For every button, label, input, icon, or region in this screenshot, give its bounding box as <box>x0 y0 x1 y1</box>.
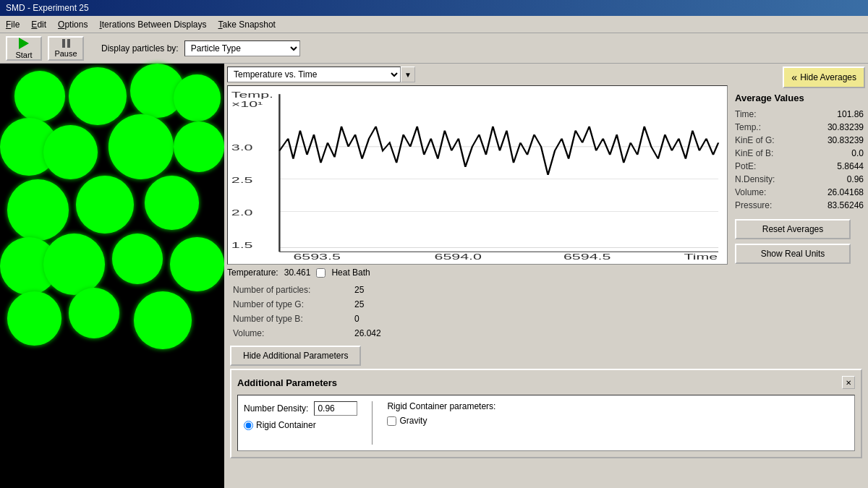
avg-value: 26.04168 <box>827 186 864 199</box>
toolbar: Start Pause Display particles by: Partic… <box>0 33 868 64</box>
pause-icon <box>62 39 70 48</box>
heat-bath-checkbox[interactable] <box>316 268 326 278</box>
number-density-row: Number Density: <box>244 401 357 416</box>
hide-averages-label: Hide Averages <box>800 72 856 82</box>
stat-label: Number of particles: <box>233 285 349 295</box>
svg-text:2.5: 2.5 <box>231 176 253 184</box>
number-density-input[interactable] <box>314 401 357 416</box>
stat-value: 26.042 <box>354 328 381 338</box>
particle-3 <box>174 74 221 121</box>
stat-value: 25 <box>354 299 364 309</box>
start-icon <box>19 38 29 49</box>
stat-row: Volume:26.042 <box>233 328 859 338</box>
avg-value: 101.86 <box>837 108 864 121</box>
svg-text:6594.0: 6594.0 <box>435 253 482 261</box>
particle-5 <box>43 125 98 179</box>
svg-text:3.0: 3.0 <box>231 144 253 152</box>
avg-label: KinE of G: <box>735 134 775 147</box>
additional-params-header: Additional Parameters ✕ <box>237 376 855 389</box>
averages-panel: Average Values Time:101.86Temp.:30.83239… <box>731 64 868 281</box>
params-content: Number Density: Rigid Container Rigid Co… <box>237 395 855 451</box>
stat-value: 25 <box>354 285 364 295</box>
menu-iterations[interactable]: Iterations Between Displays <box>93 18 212 31</box>
avg-value: 30.83239 <box>827 134 864 147</box>
right-panel: « Hide Averages Temperature vs. Time ▼ T… <box>224 64 868 488</box>
averages-rows: Time:101.86Temp.:30.83239KinE of G:30.83… <box>735 108 864 212</box>
stat-label: Volume: <box>233 328 349 338</box>
rigid-container-params-label: Rigid Container parameters: <box>387 401 495 411</box>
chart-footer: Temperature: 30.461 Heat Bath <box>227 267 728 278</box>
svg-text:6594.5: 6594.5 <box>563 253 610 261</box>
avg-row: KinE of G:30.83239 <box>735 134 864 147</box>
pause-button[interactable]: Pause <box>48 36 84 61</box>
temperature-value: 30.461 <box>284 267 311 278</box>
svg-text:2.0: 2.0 <box>231 209 253 217</box>
svg-text:×10¹: ×10¹ <box>231 100 263 108</box>
start-button[interactable]: Start <box>6 36 42 61</box>
stat-label: Number of type G: <box>233 299 349 309</box>
hide-params-row: Hide Additional Parameters <box>224 346 868 366</box>
menu-options[interactable]: Options <box>52 18 93 31</box>
particle-15 <box>7 291 61 346</box>
hide-averages-button[interactable]: « Hide Averages <box>783 67 865 88</box>
particle-8 <box>7 179 69 241</box>
chart-svg: Temp. ×10¹ 3.0 2.5 2.0 1.5 6593.5 65 <box>228 86 727 264</box>
stat-row: Number of type B:0 <box>233 314 859 324</box>
menu-edit[interactable]: Edit <box>25 18 52 31</box>
chart-area: Temperature vs. Time ▼ Temp. ×10¹ 3.0 2.… <box>224 64 731 281</box>
rigid-container-params: Rigid Container parameters: Gravity <box>387 401 495 426</box>
show-real-units-button[interactable]: Show Real Units <box>735 244 851 264</box>
particle-17 <box>134 291 192 349</box>
particle-1 <box>69 67 127 125</box>
menu-snapshot[interactable]: Take Snapshot <box>213 18 281 31</box>
pause-label: Pause <box>54 49 77 58</box>
avg-label: Temp.: <box>735 121 761 134</box>
avg-label: N.Density: <box>735 173 775 186</box>
stat-value: 0 <box>354 314 359 324</box>
number-density-label: Number Density: <box>244 403 308 414</box>
avg-row: Time:101.86 <box>735 108 864 121</box>
avg-value: 30.83239 <box>827 121 864 134</box>
avg-row: Pressure:83.56246 <box>735 199 864 212</box>
close-additional-params-button[interactable]: ✕ <box>842 376 855 389</box>
svg-text:1.5: 1.5 <box>231 241 253 249</box>
rigid-container-option: Rigid Container <box>244 420 357 430</box>
rigid-container-radio[interactable] <box>244 421 253 430</box>
avg-row: N.Density:0.96 <box>735 173 864 186</box>
avg-row: PotE:5.8644 <box>735 160 864 173</box>
start-label: Start <box>15 51 32 59</box>
rigid-container-label: Rigid Container <box>256 420 316 430</box>
reset-averages-button[interactable]: Reset Averages <box>735 219 851 239</box>
avg-label: KinE of B: <box>735 147 773 160</box>
stat-row: Number of particles:25 <box>233 285 859 295</box>
particle-display-dropdown-wrapper: Particle Type <box>184 40 300 56</box>
avg-row: KinE of B:0.0 <box>735 147 864 160</box>
particle-6 <box>109 114 174 179</box>
avg-label: Volume: <box>735 186 766 199</box>
avg-label: Time: <box>735 108 757 121</box>
additional-params-panel: Additional Parameters ✕ Number Density: … <box>230 369 862 458</box>
bottom-stats: Number of particles:25Number of type G:2… <box>224 281 868 343</box>
gravity-checkbox[interactable] <box>387 416 396 426</box>
particle-7 <box>174 121 224 172</box>
chart-type-dropdown[interactable]: Temperature vs. Time <box>227 67 401 82</box>
avg-label: Pressure: <box>735 199 772 212</box>
particle-display-dropdown[interactable]: Particle Type <box>184 40 300 56</box>
avg-row: Volume:26.04168 <box>735 186 864 199</box>
action-buttons: Reset Averages Show Real Units <box>735 219 864 264</box>
menu-bar: File Edit Options Iterations Between Dis… <box>0 16 868 33</box>
particle-panel <box>0 64 224 488</box>
particle-12 <box>43 234 105 295</box>
params-divider <box>372 401 373 445</box>
hide-additional-params-button[interactable]: Hide Additional Parameters <box>230 346 361 366</box>
particle-14 <box>170 237 224 291</box>
display-particles-label: Display particles by: <box>101 43 179 53</box>
avg-value: 83.56246 <box>827 199 864 212</box>
temperature-label: Temperature: <box>227 267 278 278</box>
svg-text:Time: Time <box>684 253 718 261</box>
svg-text:Temp.: Temp. <box>231 91 273 99</box>
chart-dropdown-btn[interactable]: ▼ <box>401 67 415 82</box>
particle-13 <box>112 234 163 284</box>
chart-dropdown-row: Temperature vs. Time ▼ <box>227 67 728 82</box>
menu-file[interactable]: File <box>0 18 25 31</box>
